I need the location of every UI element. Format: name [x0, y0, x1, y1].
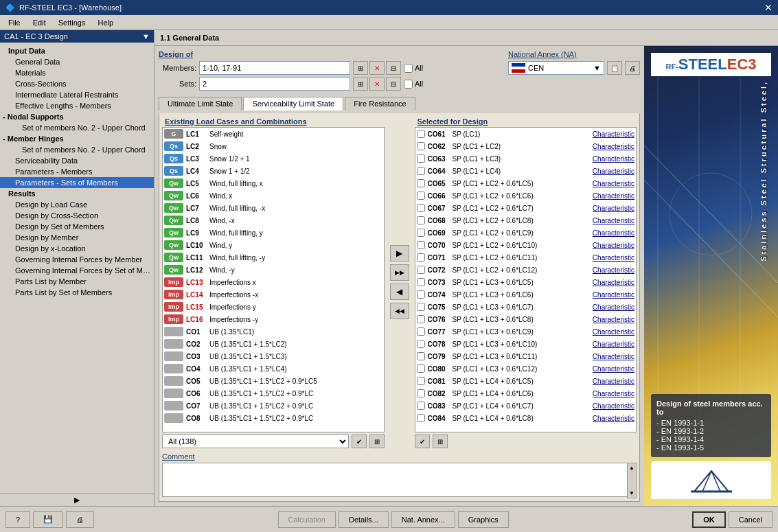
selected-row[interactable]: CO67SP (LC1 + LC2 + 0.6*LC7)Characterist… — [415, 202, 637, 214]
details-btn[interactable]: Details... — [339, 511, 389, 528]
selected-row-checkbox[interactable] — [417, 253, 425, 262]
sidebar-item-materials[interactable]: Materials — [0, 67, 154, 78]
selected-row-checkbox[interactable] — [417, 154, 425, 163]
selected-lc-list[interactable]: CO61SP (LC1)CharacteristicCO62SP (LC1 + … — [415, 127, 637, 432]
nat-annex-btn[interactable]: Nat. Annex... — [391, 511, 455, 528]
members-all-check[interactable]: All — [404, 64, 423, 73]
na-select[interactable]: CEN ▼ — [508, 61, 604, 75]
sidebar-item-effective-lengths[interactable]: Effective Lengths - Members — [0, 100, 154, 111]
sidebar-item-design-member[interactable]: Design by Member — [0, 232, 154, 243]
lc-row[interactable]: QwLC9Wind, full lifting, y — [163, 227, 384, 239]
selected-row[interactable]: CO80SP (LC1 + LC3 + 0.6*LC12)Characteris… — [415, 362, 637, 375]
sidebar-item-set-nodal[interactable]: Set of members No. 2 - Upper Chord — [0, 122, 154, 133]
lc-row[interactable]: CO8UB (1.35*LC1 + 1.5*LC2 + 0.9*LC — [163, 412, 384, 424]
lc-row[interactable]: CO4UB (1.35*LC1 + 1.5*LC4) — [163, 362, 384, 375]
selected-row-checkbox[interactable] — [417, 414, 425, 422]
transfer-left-btn[interactable]: ◀ — [390, 284, 409, 300]
selected-row-checkbox[interactable] — [417, 130, 425, 138]
selected-row-checkbox[interactable] — [417, 167, 425, 175]
lc-row[interactable]: ImpLC16Imperfections -y — [163, 313, 384, 325]
selected-row-checkbox[interactable] — [417, 179, 425, 187]
members-clear-btn[interactable]: ✕ — [369, 61, 385, 75]
lc-grid-btn[interactable]: ⊞ — [369, 435, 385, 448]
sets-option-btn[interactable]: ⊟ — [386, 77, 401, 91]
sidebar-item-cross-sections[interactable]: Cross-Sections — [0, 78, 154, 89]
selected-row-checkbox[interactable] — [417, 389, 425, 397]
selected-row-checkbox[interactable] — [417, 402, 425, 410]
lc-row[interactable]: QwLC6Wind, x — [163, 189, 384, 202]
members-option-btn[interactable]: ⊟ — [386, 61, 401, 75]
lc-filter-select[interactable]: All (138) — [162, 435, 349, 448]
sets-select-btn[interactable]: ⊞ — [353, 77, 368, 91]
selected-row[interactable]: CO83SP (LC1 + LC4 + 0.6*LC7)Characterist… — [415, 400, 637, 412]
selected-row[interactable]: CO77SP (LC1 + LC3 + 0.6*LC9)Characterist… — [415, 325, 637, 338]
lc-row[interactable]: QsLC3Snow 1/2 + 1 — [163, 152, 384, 165]
selected-row-checkbox[interactable] — [417, 216, 425, 224]
selected-row-checkbox[interactable] — [417, 192, 425, 200]
na-icon2-btn[interactable]: 🖨 — [625, 61, 640, 75]
cancel-btn[interactable]: Cancel — [729, 511, 773, 528]
selected-check-btn[interactable]: ✔ — [415, 435, 430, 448]
menu-help[interactable]: Help — [92, 17, 119, 28]
selected-row[interactable]: CO71SP (LC1 + LC2 + 0.6*LC11)Characteris… — [415, 251, 637, 264]
save-btn[interactable]: 💾 — [33, 511, 63, 528]
sidebar-item-general-data[interactable]: General Data — [0, 56, 154, 67]
comment-input[interactable] — [162, 463, 637, 497]
lc-row[interactable]: GLC1Self-weight — [163, 128, 384, 140]
transfer-right-all-btn[interactable]: ▶▶ — [390, 264, 409, 281]
selected-row-checkbox[interactable] — [417, 229, 425, 237]
selected-row[interactable]: CO75SP (LC1 + LC3 + 0.6*LC7)Characterist… — [415, 301, 637, 313]
selected-row[interactable]: CO78SP (LC1 + LC3 + 0.6*LC10)Characteris… — [415, 338, 637, 350]
lc-row[interactable]: CO3UB (1.35*LC1 + 1.5*LC3) — [163, 350, 384, 362]
selected-row-checkbox[interactable] — [417, 204, 425, 212]
sets-input[interactable] — [199, 77, 350, 91]
menu-file[interactable]: File — [3, 17, 26, 28]
menu-edit[interactable]: Edit — [27, 17, 52, 28]
selected-row-checkbox[interactable] — [417, 340, 425, 348]
existing-lc-list[interactable]: GLC1Self-weightQsLC2SnowQsLC3Snow 1/2 + … — [162, 127, 385, 432]
sidebar-item-governing-member[interactable]: Governing Internal Forces by Member — [0, 254, 154, 265]
selected-row[interactable]: CO79SP (LC1 + LC3 + 0.6*LC11)Characteris… — [415, 350, 637, 362]
selected-row-checkbox[interactable] — [417, 278, 425, 286]
members-input[interactable] — [199, 61, 350, 75]
tab-uls[interactable]: Ultimate Limit State — [159, 97, 242, 111]
sidebar-item-design-set[interactable]: Design by Set of Members — [0, 221, 154, 232]
sidebar-item-serviceability[interactable]: Serviceability Data — [0, 155, 154, 166]
selected-row[interactable]: CO73SP (LC1 + LC3 + 0.6*LC5)Characterist… — [415, 276, 637, 288]
tab-fire[interactable]: Fire Resistance — [345, 97, 415, 111]
close-window-button[interactable]: ✕ — [764, 2, 773, 13]
selected-row[interactable]: CO66SP (LC1 + LC2 + 0.6*LC6)Characterist… — [415, 189, 637, 202]
sets-all-checkbox[interactable] — [404, 80, 413, 89]
lc-row[interactable]: QwLC10Wind, y — [163, 239, 384, 251]
selected-row[interactable]: CO74SP (LC1 + LC3 + 0.6*LC6)Characterist… — [415, 288, 637, 301]
sidebar-dropdown-arrow[interactable]: ▼ — [142, 32, 150, 41]
sidebar-item-set-hinges[interactable]: Set of members No. 2 - Upper Chord — [0, 144, 154, 155]
selected-row[interactable]: CO61SP (LC1)Characteristic — [415, 128, 637, 140]
print-btn[interactable]: 🖨 — [66, 511, 94, 528]
scroll-up-arrow[interactable]: ▲ — [628, 463, 636, 472]
scroll-down-arrow[interactable]: ▼ — [628, 489, 636, 498]
lc-row[interactable]: CO2UB (1.35*LC1 + 1.5*LC2) — [163, 338, 384, 350]
selected-row[interactable]: CO69SP (LC1 + LC2 + 0.6*LC9)Characterist… — [415, 227, 637, 239]
selected-row[interactable]: CO65SP (LC1 + LC2 + 0.6*LC5)Characterist… — [415, 177, 637, 189]
graphics-btn[interactable]: Graphics — [458, 511, 509, 528]
sidebar-item-design-xlocation[interactable]: Design by x-Location — [0, 243, 154, 254]
na-icon1-btn[interactable]: 📋 — [607, 61, 622, 75]
lc-row[interactable]: QwLC5Wind, full lifting, x — [163, 177, 384, 189]
lc-row[interactable]: ImpLC14Imperfections -x — [163, 288, 384, 301]
lc-row[interactable]: CO7UB (1.35*LC1 + 1.5*LC2 + 0.9*LC — [163, 400, 384, 412]
sidebar-item-design-load-case[interactable]: Design by Load Case — [0, 199, 154, 210]
sidebar-item-intermediate-lateral[interactable]: Intermediate Lateral Restraints — [0, 89, 154, 100]
calculation-btn[interactable]: Calculation — [278, 511, 336, 528]
selected-row[interactable]: CO76SP (LC1 + LC3 + 0.6*LC8)Characterist… — [415, 313, 637, 325]
selected-row[interactable]: CO84SP (LC1 + LC4 + 0.6*LC8)Characterist… — [415, 412, 637, 424]
lc-row[interactable]: ImpLC15Imperfections y — [163, 301, 384, 313]
selected-row[interactable]: CO81SP (LC1 + LC4 + 0.6*LC5)Characterist… — [415, 375, 637, 387]
lc-row[interactable]: QsLC4Snow 1 + 1/2 — [163, 165, 384, 177]
lc-row[interactable]: QwLC12Wind, -y — [163, 264, 384, 276]
selected-row-checkbox[interactable] — [417, 290, 425, 299]
selected-row[interactable]: CO62SP (LC1 + LC2)Characteristic — [415, 140, 637, 152]
help-btn[interactable]: ? — [5, 511, 30, 528]
selected-row-checkbox[interactable] — [417, 266, 425, 274]
members-all-checkbox[interactable] — [404, 64, 413, 73]
